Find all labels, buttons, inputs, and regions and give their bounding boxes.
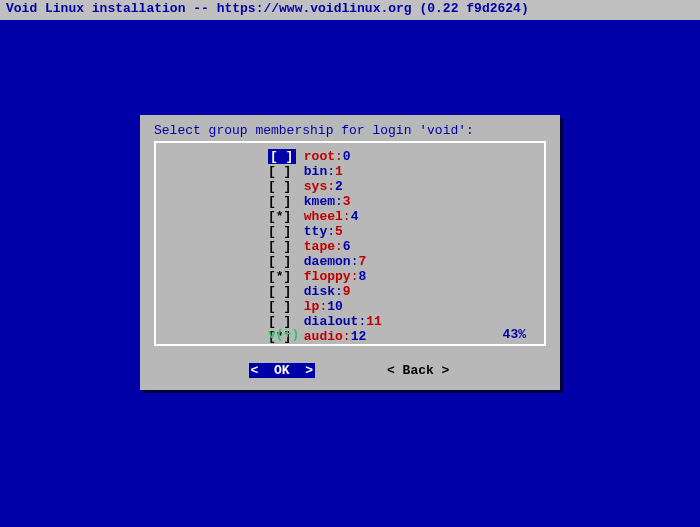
group-row-root[interactable]: [ ] root:0 — [156, 149, 544, 164]
dialog-button-row: < OK > < Back > — [140, 360, 560, 380]
group-name: tape — [304, 239, 335, 254]
group-gid: 0 — [343, 149, 351, 164]
back-button[interactable]: < Back > — [385, 363, 451, 378]
group-list-frame: [ ] root:0[ ] bin:1[ ] sys:2[ ] kmem:3[*… — [154, 141, 546, 346]
group-gid: 1 — [335, 164, 343, 179]
group-checkbox[interactable]: [ ] — [268, 164, 296, 179]
group-gid: 10 — [327, 299, 343, 314]
group-list[interactable]: [ ] root:0[ ] bin:1[ ] sys:2[ ] kmem:3[*… — [156, 149, 544, 344]
group-checkbox[interactable]: [ ] — [268, 194, 296, 209]
group-row-kmem[interactable]: [ ] kmem:3 — [156, 194, 544, 209]
group-checkbox[interactable]: [ ] — [268, 254, 296, 269]
group-gid: 5 — [335, 224, 343, 239]
scroll-percent: 43% — [503, 327, 526, 342]
group-name: lp — [304, 299, 320, 314]
group-checkbox[interactable]: [ ] — [268, 299, 296, 314]
scroll-indicator: v(+) 43% — [268, 327, 526, 342]
group-name: bin — [304, 164, 327, 179]
group-row-daemon[interactable]: [ ] daemon:7 — [156, 254, 544, 269]
group-checkbox[interactable]: [ ] — [268, 224, 296, 239]
ok-button[interactable]: < OK > — [249, 363, 315, 378]
group-checkbox[interactable]: [ ] — [268, 179, 296, 194]
group-name: root — [304, 149, 335, 164]
group-row-tape[interactable]: [ ] tape:6 — [156, 239, 544, 254]
group-name: wheel — [304, 209, 343, 224]
group-name: sys — [304, 179, 327, 194]
group-name: daemon — [304, 254, 351, 269]
group-gid: 8 — [358, 269, 366, 284]
group-name: floppy — [304, 269, 351, 284]
terminal-screen: Void Linux installation -- https://www.v… — [0, 0, 700, 527]
group-gid: 6 — [343, 239, 351, 254]
group-name: kmem — [304, 194, 335, 209]
group-membership-dialog: Select group membership for login 'void'… — [140, 115, 560, 390]
group-checkbox[interactable]: [*] — [268, 209, 296, 224]
window-title: Void Linux installation -- https://www.v… — [0, 0, 700, 20]
group-row-sys[interactable]: [ ] sys:2 — [156, 179, 544, 194]
group-checkbox[interactable]: [ ] — [268, 284, 296, 299]
dialog-prompt: Select group membership for login 'void'… — [154, 123, 474, 138]
scroll-down-icon: v(+) — [268, 327, 299, 342]
group-checkbox[interactable]: [ ] — [268, 149, 296, 164]
group-gid: 9 — [343, 284, 351, 299]
group-row-wheel[interactable]: [*] wheel:4 — [156, 209, 544, 224]
group-checkbox[interactable]: [*] — [268, 269, 296, 284]
group-row-floppy[interactable]: [*] floppy:8 — [156, 269, 544, 284]
group-row-tty[interactable]: [ ] tty:5 — [156, 224, 544, 239]
group-row-lp[interactable]: [ ] lp:10 — [156, 299, 544, 314]
group-checkbox[interactable]: [ ] — [268, 239, 296, 254]
group-gid: 3 — [343, 194, 351, 209]
group-gid: 4 — [351, 209, 359, 224]
group-name: tty — [304, 224, 327, 239]
group-name: disk — [304, 284, 335, 299]
group-row-disk[interactable]: [ ] disk:9 — [156, 284, 544, 299]
group-gid: 2 — [335, 179, 343, 194]
group-row-bin[interactable]: [ ] bin:1 — [156, 164, 544, 179]
group-gid: 7 — [358, 254, 366, 269]
